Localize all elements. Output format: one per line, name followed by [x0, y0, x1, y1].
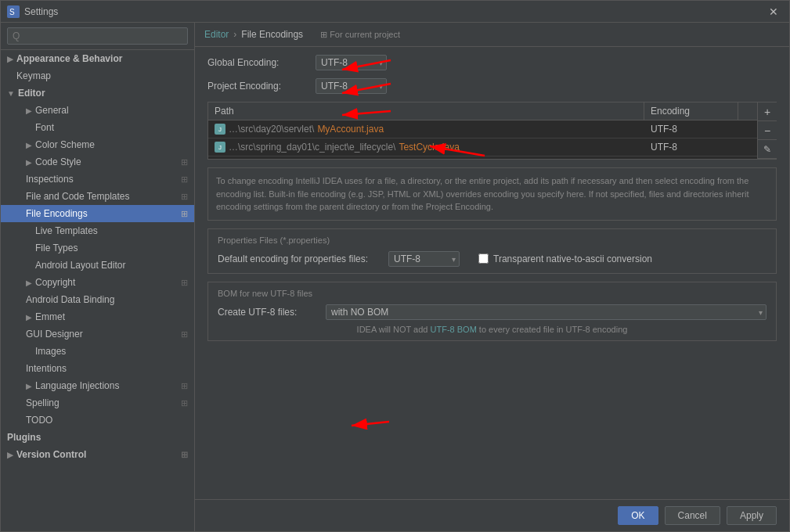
- add-row-button[interactable]: +: [758, 102, 777, 121]
- sidebar-item-keymap[interactable]: Keymap: [1, 67, 194, 84]
- sidebar-item-file-encodings[interactable]: File Encodings ⊞: [1, 205, 194, 222]
- close-button[interactable]: ✕: [764, 4, 783, 20]
- java-file-icon: J: [215, 142, 225, 153]
- search-input[interactable]: [7, 27, 188, 45]
- sidebar-item-spelling[interactable]: Spelling ⊞: [1, 394, 194, 412]
- app-icon: S: [7, 5, 20, 18]
- bom-link[interactable]: UTF-8 BOM: [431, 325, 477, 334]
- properties-section-title: Properties Files (*.properties): [218, 235, 767, 245]
- sidebar-item-copyright[interactable]: ▶ Copyright ⊞: [1, 274, 194, 291]
- table-body: Path Encoding J …\src\day20\servlet\MyAc…: [208, 102, 757, 159]
- sidebar-item-font[interactable]: Font: [1, 119, 194, 136]
- file-path-1: J …\src\day20\servlet\MyAccount.java: [208, 120, 644, 138]
- settings-window: S Settings ✕ ▶ Appearance & Behavior Key…: [0, 0, 790, 532]
- sidebar-item-color-scheme[interactable]: ▶ Color Scheme: [1, 136, 194, 153]
- sidebar-item-appearance[interactable]: ▶ Appearance & Behavior: [1, 50, 194, 67]
- global-encoding-label: Global Encoding:: [207, 57, 309, 68]
- settings-icon: ⊞: [181, 381, 188, 391]
- sidebar-item-general[interactable]: ▶ General: [1, 102, 194, 119]
- sidebar-item-file-types[interactable]: File Types: [1, 239, 194, 257]
- sidebar-item-plugins[interactable]: Plugins: [1, 429, 194, 446]
- settings-icon: ⊞: [181, 209, 188, 219]
- table-structure: Path Encoding J …\src\day20\servlet\MyAc…: [208, 102, 776, 159]
- expand-arrow: ▶: [7, 451, 13, 459]
- expand-arrow: ▼: [7, 89, 15, 98]
- sidebar-item-version-control[interactable]: ▶ Version Control ⊞: [1, 446, 194, 463]
- sidebar-item-language-injections[interactable]: ▶ Language Injections ⊞: [1, 377, 194, 394]
- properties-section: Properties Files (*.properties) Default …: [207, 228, 777, 274]
- sidebar-item-android-layout-editor[interactable]: Android Layout Editor: [1, 257, 194, 274]
- sidebar-item-images[interactable]: Images: [1, 343, 194, 360]
- breadcrumb-editor[interactable]: Editor: [204, 29, 229, 40]
- panel-content: Global Encoding: UTF-8 UTF-16 ISO-8859-1…: [195, 47, 789, 499]
- project-encoding-select[interactable]: UTF-8 UTF-16 ISO-8859-1: [316, 78, 387, 94]
- cancel-button[interactable]: Cancel: [665, 506, 720, 525]
- bom-select-wrapper: with NO BOM with BOM with BOM if needed: [326, 304, 767, 320]
- path-file-1: MyAccount.java: [317, 124, 384, 135]
- settings-icon: ⊞: [181, 278, 188, 288]
- sidebar-item-gui-designer[interactable]: GUI Designer ⊞: [1, 325, 194, 343]
- bom-section-title: BOM for new UTF-8 files: [218, 289, 767, 298]
- create-utf8-label: Create UTF-8 files:: [218, 307, 319, 318]
- remove-row-button[interactable]: −: [758, 121, 777, 140]
- settings-icon: ⊞: [181, 157, 188, 167]
- settings-icon: ⊞: [181, 174, 188, 185]
- breadcrumb-current: File Encodings: [241, 29, 303, 40]
- sidebar: ▶ Appearance & Behavior Keymap ▼ Editor …: [1, 23, 195, 531]
- project-encoding-row: Project Encoding: UTF-8 UTF-16 ISO-8859-…: [207, 78, 777, 94]
- sidebar-item-emmet[interactable]: ▶ Emmet: [1, 308, 194, 325]
- edit-row-button[interactable]: ✎: [758, 140, 777, 159]
- sidebar-item-android-data-binding[interactable]: Android Data Binding: [1, 291, 194, 308]
- expand-arrow: ▶: [26, 141, 32, 149]
- global-encoding-select[interactable]: UTF-8 UTF-16 ISO-8859-1: [316, 55, 387, 70]
- global-encoding-row: Global Encoding: UTF-8 UTF-16 ISO-8859-1: [207, 55, 777, 70]
- table-row[interactable]: J …\src\day20\servlet\MyAccount.java UTF…: [208, 120, 757, 138]
- bom-note-prefix: IDEA will NOT add: [357, 325, 431, 334]
- path-prefix-2: …\src\spring_day01\c_inject\e_lifecycle\: [229, 142, 395, 153]
- apply-button[interactable]: Apply: [727, 506, 777, 525]
- title-bar: S Settings ✕: [1, 1, 789, 23]
- transparent-label: Transparent native-to-ascii conversion: [493, 253, 652, 264]
- file-path-2: J …\src\spring_day01\c_inject\e_lifecycl…: [208, 138, 644, 156]
- sidebar-item-intentions[interactable]: Intentions: [1, 360, 194, 377]
- path-file-2: TestCycle.java: [399, 142, 459, 153]
- sidebar-item-editor[interactable]: ▼ Editor: [1, 84, 194, 102]
- for-current-project[interactable]: ⊞ For current project: [320, 30, 400, 40]
- settings-icon: ⊞: [181, 398, 188, 408]
- window-title: Settings: [24, 6, 764, 17]
- default-encoding-select[interactable]: UTF-8 UTF-16 ISO-8859-1: [388, 251, 460, 267]
- bom-note-suffix: to every created file in UTF-8 encoding: [477, 325, 628, 334]
- sidebar-item-file-and-code-templates[interactable]: File and Code Templates ⊞: [1, 188, 194, 205]
- sidebar-item-code-style[interactable]: ▶ Code Style ⊞: [1, 153, 194, 171]
- java-file-icon: J: [215, 124, 225, 135]
- info-text: To change encoding IntelliJ IDEA uses fo…: [207, 167, 777, 221]
- table-row[interactable]: J …\src\spring_day01\c_inject\e_lifecycl…: [208, 138, 757, 156]
- default-encoding-label: Default encoding for properties files:: [218, 253, 382, 264]
- bom-row: Create UTF-8 files: with NO BOM with BOM…: [218, 304, 767, 320]
- bom-note: IDEA will NOT add UTF-8 BOM to every cre…: [218, 325, 767, 334]
- main-content: ▶ Appearance & Behavior Keymap ▼ Editor …: [1, 23, 789, 531]
- expand-arrow: ▶: [26, 313, 32, 322]
- bom-section: BOM for new UTF-8 files Create UTF-8 fil…: [207, 282, 777, 341]
- project-encoding-label: Project Encoding:: [207, 81, 309, 92]
- search-box: [1, 23, 194, 50]
- bom-select[interactable]: with NO BOM with BOM with BOM if needed: [326, 304, 767, 320]
- settings-icon: ⊞: [181, 192, 188, 202]
- header-encoding: Encoding: [644, 102, 738, 120]
- bottom-bar: OK Cancel Apply: [195, 499, 789, 531]
- sidebar-item-inspections[interactable]: Inspections ⊞: [1, 171, 194, 188]
- svg-text:S: S: [9, 8, 15, 16]
- expand-arrow: ▶: [26, 279, 32, 287]
- header-path: Path: [208, 102, 644, 120]
- expand-arrow: ▶: [26, 382, 32, 390]
- sidebar-item-live-templates[interactable]: Live Templates: [1, 222, 194, 239]
- breadcrumb-separator: ›: [233, 29, 236, 40]
- path-prefix-1: …\src\day20\servlet\: [229, 124, 314, 135]
- settings-icon: ⊞: [181, 329, 188, 340]
- default-encoding-row: Default encoding for properties files: U…: [218, 251, 767, 267]
- sidebar-item-todo[interactable]: TODO: [1, 412, 194, 429]
- transparent-checkbox[interactable]: [478, 253, 489, 264]
- file-encodings-table: Path Encoding J …\src\day20\servlet\MyAc…: [207, 102, 777, 160]
- ok-button[interactable]: OK: [618, 506, 658, 525]
- file-encoding-1: UTF-8: [644, 120, 738, 138]
